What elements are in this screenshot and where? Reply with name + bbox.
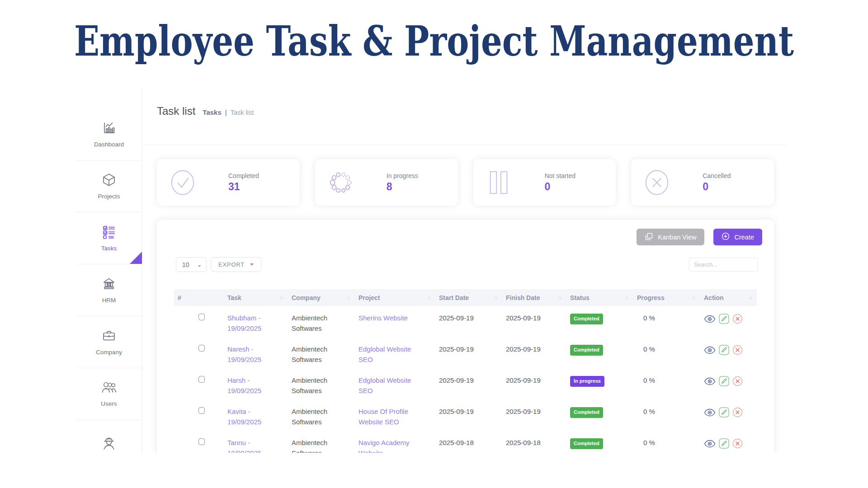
projects-box-icon [102,173,116,189]
finish-date: 2025-09-18 [506,439,541,446]
task-link[interactable]: Tannu - 18/09/2025 [227,439,261,453]
plus-circle-icon [722,232,730,242]
progress-value: 0 % [643,439,655,446]
sidebar-item-users[interactable]: Users [76,368,142,420]
sidebar-item-label: Users [101,400,117,407]
finish-date: 2025-09-19 [506,314,541,322]
view-eye-icon[interactable] [704,377,716,385]
cancel-x-icon[interactable] [732,438,743,449]
column-header[interactable]: Task ↑↓ [224,289,288,306]
sidebar-item-hrm[interactable]: HRM [76,264,142,316]
sidebar-item-tasks[interactable]: Tasks [76,212,142,264]
task-link[interactable]: Naresh - 19/09/2025 [227,345,261,363]
stat-value: 0 [545,181,576,193]
panel-actions: Kanban View Create [157,229,774,245]
finish-date: 2025-09-19 [506,376,541,384]
page-header: Task list Tasks | Task list [142,89,787,145]
chevron-down-icon: ⌄ [197,262,202,268]
view-eye-icon[interactable] [704,408,716,417]
page-size-select[interactable]: 10 ⌄ [176,257,207,272]
start-date: 2025-09-19 [439,345,474,353]
view-eye-icon[interactable] [704,440,716,448]
task-table: # ↑↓ Task ↑↓ [157,289,774,453]
stat-cards: Completed 31 [157,159,774,206]
column-header[interactable]: Finish Date ↑↓ [502,289,566,306]
column-header[interactable]: Project ↑↓ [355,289,435,306]
row-checkbox[interactable] [198,407,205,414]
row-actions [704,376,748,386]
edit-pencil-icon[interactable] [719,438,729,449]
cancel-x-icon[interactable] [732,376,743,386]
sidebar-item-label: Projects [98,193,120,200]
sidebar-item-company[interactable]: Company [76,316,142,368]
caret-down-icon [250,263,254,266]
kanban-view-label: Kanban View [658,234,696,241]
breadcrumb-section[interactable]: Tasks [203,108,221,116]
column-label: Progress [637,294,665,301]
project-link[interactable]: Edglobal Website SEO [359,345,411,363]
start-date: 2025-09-19 [439,408,474,415]
kanban-view-button[interactable]: Kanban View [637,229,704,245]
task-link[interactable]: Shubham - 19/09/2025 [227,314,261,332]
task-link[interactable]: Kavita - 19/09/2025 [227,408,261,426]
sidebar-item-employees[interactable] [76,420,142,453]
row-checkbox[interactable] [198,438,205,445]
cancel-x-icon[interactable] [732,314,743,324]
view-eye-icon[interactable] [704,315,716,323]
project-link[interactable]: Sherins Website [359,314,408,322]
row-checkbox[interactable] [198,345,205,352]
column-label: Status [570,294,590,301]
view-eye-icon[interactable] [704,346,716,354]
table-row: Kavita - 19/09/2025 Ambientech Softwares… [174,399,757,431]
row-actions [704,345,748,355]
tasks-checklist-icon [102,225,116,241]
edit-pencil-icon[interactable] [719,407,729,418]
create-button[interactable]: Create [713,229,762,245]
project-link[interactable]: House Of Profile Website SEO [359,408,408,426]
sidebar: Dashboard Projects [76,89,142,453]
spinner-icon [328,169,354,196]
search-input[interactable] [689,258,758,272]
breadcrumb: Tasks | Task list [203,108,254,116]
column-header[interactable]: Action ↑↓ [700,289,757,306]
row-actions [704,438,748,449]
task-link[interactable]: Harsh - 19/09/2025 [227,376,261,394]
column-header[interactable]: Company ↑↓ [288,289,355,306]
column-header[interactable]: Progress ↑↓ [633,289,700,306]
app-window: Dashboard Projects [76,89,787,453]
breadcrumb-separator: | [225,108,227,116]
start-date: 2025-09-19 [439,314,474,322]
progress-value: 0 % [643,345,655,353]
project-link[interactable]: Edglobal Website SEO [359,376,411,394]
start-date: 2025-09-19 [439,376,474,384]
company-name: Ambientech Softwares [292,408,327,426]
stat-value: 0 [703,181,731,193]
stat-value: 31 [228,181,259,193]
sort-icon: ↑↓ [625,295,628,300]
kanban-board-icon [645,232,653,242]
main-content: Task list Tasks | Task list Completed 31 [142,89,787,453]
column-header[interactable]: Start Date ↑↓ [435,289,502,306]
export-label: EXPORT [218,261,245,268]
cancel-x-icon[interactable] [732,345,743,355]
project-link[interactable]: Navigo Academy Website [359,439,410,453]
cancel-x-icon[interactable] [732,407,743,418]
stat-card-completed: Completed 31 [157,159,300,206]
column-label: Project [359,294,380,301]
edit-pencil-icon[interactable] [719,314,729,324]
column-label: Action [704,294,724,301]
sidebar-item-dashboard[interactable]: Dashboard [76,108,142,160]
sort-icon: ↑↓ [692,295,695,300]
row-checkbox[interactable] [198,376,205,383]
column-header[interactable]: Status ↑↓ [566,289,633,306]
row-checkbox[interactable] [198,314,205,320]
export-button[interactable]: EXPORT [211,257,261,272]
sidebar-item-label: HRM [102,297,116,304]
edit-pencil-icon[interactable] [719,345,729,355]
sidebar-item-projects[interactable]: Projects [76,160,142,212]
worker-helmet-icon [101,436,117,453]
pause-icon [486,169,512,196]
sort-icon: ↑↓ [749,295,751,300]
edit-pencil-icon[interactable] [719,376,729,386]
stat-label: In progress [387,172,418,179]
